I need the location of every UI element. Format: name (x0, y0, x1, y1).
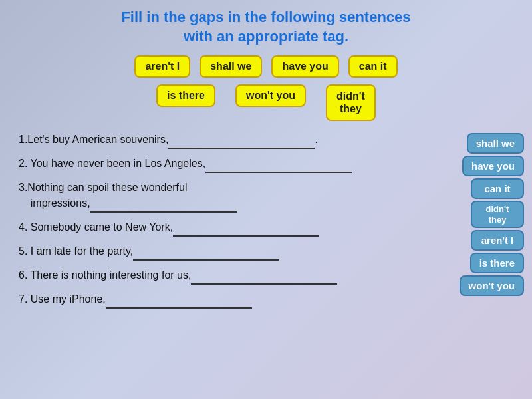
tag-have-you[interactable]: have you (271, 55, 338, 78)
answer-column: shall we have you can it didn'tthey aren… (460, 133, 524, 296)
sentences-area: 1.Let's buy American souvenirs, . 2. You… (13, 132, 519, 309)
title: Fill in the gaps in the following senten… (13, 8, 519, 46)
sentence-5-text: 5. I am late for the party, (19, 245, 279, 257)
blank-2 (205, 156, 352, 173)
sentence-1-text: 1.Let's buy American souvenirs, . (19, 134, 318, 145)
answer-arent-i[interactable]: aren't I (471, 230, 524, 251)
tags-row1: aren't I shall we have you can it (13, 55, 519, 78)
blank-3 (90, 196, 237, 213)
sentence-6: 6. There is nothing interesting for us, (19, 267, 412, 285)
page: Fill in the gaps in the following senten… (0, 0, 532, 399)
sentence-3: 3.Nothing can spoil these wonderful impr… (19, 180, 412, 213)
sentence-1: 1.Let's buy American souvenirs, . (19, 132, 412, 149)
sentence-2-text: 2. You have never been in Los Angeles, (19, 158, 352, 169)
sentence-6-text: 6. There is nothing interesting for us, (19, 269, 337, 281)
title-line2: with an appropriate tag. (184, 28, 348, 45)
tag-can-it[interactable]: can it (348, 55, 398, 78)
answer-didnt-they[interactable]: didn'tthey (471, 201, 524, 228)
answer-have-you[interactable]: have you (462, 156, 524, 176)
blank-4 (173, 219, 319, 237)
sentence-5: 5. I am late for the party, (19, 243, 412, 261)
tag-didnt-they[interactable]: didn'tthey (326, 84, 376, 120)
tags-row2: is there won't you didn'tthey (13, 84, 519, 120)
sentence-7: 7. Use my iPhone, (19, 291, 412, 309)
blank-5 (133, 243, 279, 261)
blank-1 (168, 132, 315, 149)
sentence-3-text: 3.Nothing can spoil these wonderful impr… (19, 182, 237, 209)
title-line1: Fill in the gaps in the following senten… (121, 9, 410, 25)
blank-7 (106, 291, 252, 309)
sentence-4-text: 4. Somebody came to New York, (19, 221, 319, 233)
answer-wont-you[interactable]: won't you (460, 275, 524, 296)
tag-shall-we[interactable]: shall we (200, 55, 262, 78)
tag-is-there[interactable]: is there (156, 84, 215, 107)
answer-shall-we[interactable]: shall we (467, 133, 524, 154)
blank-6 (191, 267, 337, 285)
tag-wont-you[interactable]: won't you (235, 84, 306, 107)
answer-is-there[interactable]: is there (470, 253, 524, 273)
answer-can-it[interactable]: can it (471, 178, 524, 199)
sentence-2: 2. You have never been in Los Angeles, (19, 156, 412, 173)
tag-arent-i[interactable]: aren't I (134, 55, 190, 78)
sentence-4: 4. Somebody came to New York, (19, 219, 412, 237)
sentence-7-text: 7. Use my iPhone, (19, 293, 252, 305)
